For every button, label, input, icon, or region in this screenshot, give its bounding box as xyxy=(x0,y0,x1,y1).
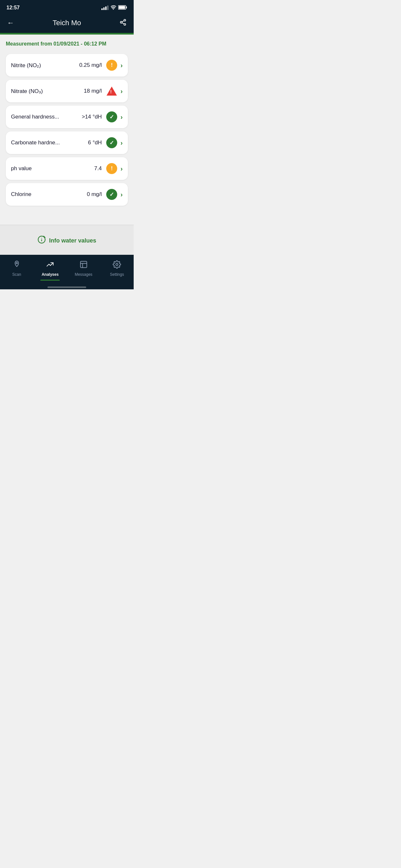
page-title: Teich Mo xyxy=(53,19,81,27)
chevron-carbonate-hardness: › xyxy=(120,139,123,147)
home-bar xyxy=(48,286,86,288)
nav-item-scan[interactable]: Scan xyxy=(0,255,34,281)
chevron-nitrate: › xyxy=(120,88,123,95)
home-indicator xyxy=(0,284,134,289)
nav-label-scan: Scan xyxy=(12,272,21,277)
svg-rect-12 xyxy=(81,261,87,268)
chevron-chlorine: › xyxy=(120,191,123,198)
row-name-nitrate: Nitrate (NO₃) xyxy=(11,88,84,95)
nav-item-settings[interactable]: Settings xyxy=(100,255,134,281)
row-name-chlorine: Chlorine xyxy=(11,191,87,197)
measurement-row-chlorine[interactable]: Chlorine 0 mg/l ✓ › xyxy=(6,183,128,206)
messages-icon xyxy=(80,260,88,271)
row-value-general-hardness: >14 °dH xyxy=(82,114,102,120)
measurement-row-ph[interactable]: ph value 7.4 ! › xyxy=(6,157,128,180)
status-icons xyxy=(101,5,127,11)
info-icon xyxy=(37,236,46,246)
bottom-nav: Scan Analyses Messages Settings xyxy=(0,255,134,284)
danger-triangle-icon xyxy=(106,87,117,96)
chevron-general-hardness: › xyxy=(120,113,123,121)
header: ← Teich Mo xyxy=(0,14,134,33)
scan-icon xyxy=(12,260,21,271)
row-value-chlorine: 0 mg/l xyxy=(87,191,102,197)
status-badge-nitrate xyxy=(106,86,117,97)
main-content: Measurement from 01/09/2021 - 06:12 PM N… xyxy=(0,35,134,225)
row-name-nitrite: Nitrite (NO₂) xyxy=(11,62,79,69)
battery-icon xyxy=(118,5,127,11)
info-water-values-label: Info water values xyxy=(49,237,96,244)
row-value-nitrite: 0.25 mg/l xyxy=(79,62,102,68)
status-bar: 12:57 xyxy=(0,0,134,14)
measurement-row-carbonate-hardness[interactable]: Carbonate hardne... 6 °dH ✓ › xyxy=(6,131,128,154)
measurement-date: Measurement from 01/09/2021 - 06:12 PM xyxy=(6,41,128,47)
info-section[interactable]: Info water values xyxy=(0,225,134,255)
share-button[interactable] xyxy=(120,19,127,27)
nav-item-analyses[interactable]: Analyses xyxy=(34,255,67,281)
svg-line-7 xyxy=(122,21,124,22)
status-badge-nitrite: ! xyxy=(106,60,117,71)
row-name-ph: ph value xyxy=(11,165,94,172)
svg-rect-1 xyxy=(126,6,127,8)
svg-point-11 xyxy=(16,262,18,264)
row-name-general-hardness: General hardness... xyxy=(11,114,82,120)
svg-rect-2 xyxy=(119,6,125,9)
nav-label-messages: Messages xyxy=(74,272,92,277)
nav-label-settings: Settings xyxy=(110,272,124,277)
chevron-nitrite: › xyxy=(120,62,123,69)
row-value-ph: 7.4 xyxy=(94,165,102,172)
status-badge-carbonate-hardness: ✓ xyxy=(106,137,117,148)
wifi-icon xyxy=(111,5,116,11)
status-time: 12:57 xyxy=(6,5,20,11)
measurement-row-nitrite[interactable]: Nitrite (NO₂) 0.25 mg/l ! › xyxy=(6,54,128,76)
svg-point-15 xyxy=(116,263,118,266)
chevron-ph: › xyxy=(120,165,123,173)
row-value-nitrate: 18 mg/l xyxy=(84,88,102,94)
nav-label-analyses: Analyses xyxy=(42,272,59,277)
back-button[interactable]: ← xyxy=(7,20,14,27)
status-badge-ph: ! xyxy=(106,163,117,174)
measurement-row-general-hardness[interactable]: General hardness... >14 °dH ✓ › xyxy=(6,105,128,128)
signal-icon xyxy=(101,5,109,10)
settings-icon xyxy=(113,260,121,271)
status-badge-chlorine: ✓ xyxy=(106,189,117,200)
svg-line-6 xyxy=(122,23,124,24)
measurement-row-nitrate[interactable]: Nitrate (NO₃) 18 mg/l › xyxy=(6,80,128,102)
row-value-carbonate-hardness: 6 °dH xyxy=(88,140,102,146)
analyses-icon xyxy=(46,260,54,271)
row-name-carbonate-hardness: Carbonate hardne... xyxy=(11,140,88,146)
measurements-list: Nitrite (NO₂) 0.25 mg/l ! › Nitrate (NO₃… xyxy=(6,54,128,206)
status-badge-general-hardness: ✓ xyxy=(106,112,117,122)
nav-item-messages[interactable]: Messages xyxy=(67,255,100,281)
